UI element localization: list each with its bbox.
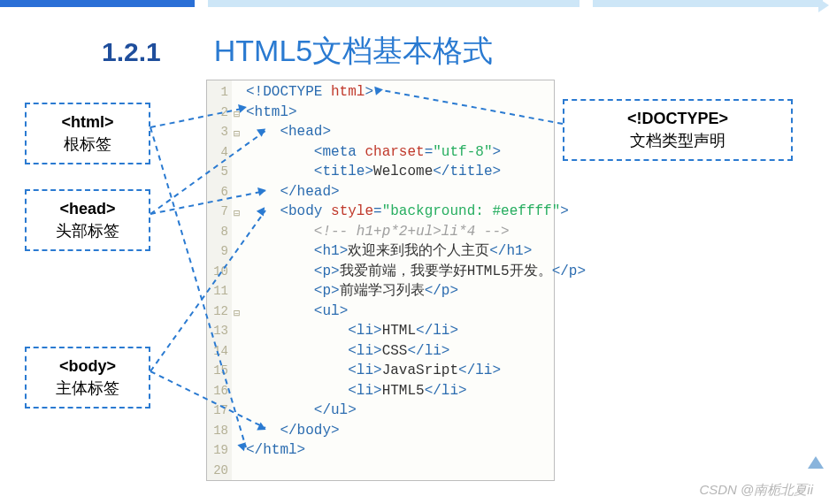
callout-doctype-desc: 文档类型声明: [630, 132, 725, 149]
callout-head-tag: <head>: [59, 200, 115, 218]
callout-html-desc: 根标签: [64, 135, 111, 153]
fold-column: ⊟⊟⊟⊟: [232, 80, 244, 480]
callout-html: <html> 根标签: [25, 103, 150, 164]
line-gutter: 1234567891011121314151617181920: [207, 80, 232, 480]
callout-body-desc: 主体标签: [56, 379, 119, 397]
decor-triangle-icon: [808, 456, 824, 469]
callout-head-desc: 头部标签: [56, 222, 119, 240]
callout-doctype: <!DOCTYPE> 文档类型声明: [563, 99, 793, 161]
arrowhead-icon: [257, 186, 267, 196]
section-number: 1.2.1: [102, 37, 161, 67]
callout-head: <head> 头部标签: [25, 189, 150, 251]
callout-body: <body> 主体标签: [25, 347, 150, 409]
arrowhead-icon: [238, 103, 248, 113]
callout-html-tag: <html>: [61, 113, 113, 131]
callout-doctype-tag: <!DOCTYPE>: [627, 110, 728, 127]
code-editor: 1234567891011121314151617181920 ⊟⊟⊟⊟ <!D…: [206, 80, 555, 481]
slide-header: 1.2.1 HTML5文档基本格式: [102, 31, 493, 72]
top-decor: [0, 0, 829, 7]
arrowhead-icon: [374, 85, 384, 95]
watermark: CSDN @南栀北夏ii: [699, 482, 813, 499]
callout-body-tag: <body>: [59, 357, 116, 375]
code-lines: <!DOCTYPE html><html> <head> <meta chars…: [246, 82, 550, 480]
section-title: HTML5文档基本格式: [214, 31, 493, 72]
